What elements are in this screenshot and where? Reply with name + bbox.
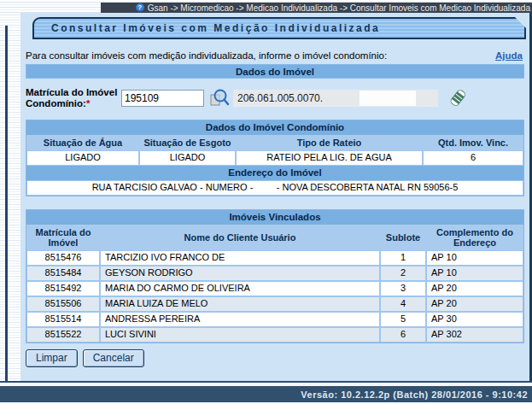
- gsan-screen: ? Gsan -> Micromedicao -> Medicao Indivi…: [0, 0, 532, 404]
- section-header-imoveis-vinculados: Imóveis Vinculados: [26, 210, 523, 225]
- column-header: Situação de Esgoto: [139, 135, 236, 150]
- table-row-complemento: AP 30: [427, 313, 523, 326]
- content-area: Consultar Imóveis com Medição Individual…: [20, 13, 532, 381]
- column-header: Complemento do Endereço: [426, 225, 523, 250]
- search-icon[interactable]: [209, 88, 230, 108]
- table-row-sublote: 5: [381, 313, 425, 326]
- column-header: Tipo de Rateio: [236, 135, 423, 150]
- left-frame-rule: [5, 26, 8, 381]
- situacao-esgoto-value: LIGADO: [140, 151, 235, 165]
- version-text: Versão: 10.2.12.2p (Batch) 28/01/2016 - …: [301, 389, 528, 400]
- help-link[interactable]: Ajuda: [495, 50, 523, 61]
- table-row-complemento: AP 10: [427, 251, 523, 265]
- table-row-sublote: 3: [381, 282, 425, 296]
- inscricao-value: 206.061.005.0070.: [237, 92, 323, 104]
- matricula-label: Matrícula do Imóvel Condomínio:*: [26, 87, 121, 109]
- table-row-sublote: 6: [381, 328, 425, 342]
- column-header: Nome do Cliente Usuário: [100, 225, 380, 250]
- matricula-input[interactable]: [121, 90, 204, 107]
- table-row-matricula: 8515492: [27, 282, 99, 296]
- section-header-dados-condominio: Dados do Imóvel Condomínio: [26, 120, 523, 135]
- table-row-matricula: 8515522: [27, 328, 99, 342]
- table-row-sublote: 4: [381, 297, 425, 311]
- help-icon[interactable]: ?: [136, 3, 144, 12]
- matricula-label-line2: Condomínio:: [26, 98, 86, 108]
- table-row-nome: MARIA LUIZA DE MELO: [101, 297, 379, 311]
- instruction-text: Para consultar imóveis com medição indiv…: [26, 50, 387, 61]
- table-row-matricula: 8515484: [27, 266, 99, 280]
- section-header-endereco: Endereço do Imóvel: [26, 166, 523, 180]
- table-row-sublote: 1: [381, 251, 425, 265]
- table-row-nome: LUCI SIVINI: [101, 328, 379, 342]
- footer-bar: Versão: 10.2.12.2p (Batch) 28/01/2016 - …: [0, 386, 532, 402]
- limpar-button[interactable]: Limpar: [26, 349, 78, 367]
- imoveis-vinculados-table: Imóveis Vinculados Matrícula do Imóvel N…: [26, 209, 524, 343]
- table-row-matricula: 8515506: [27, 297, 99, 311]
- cancelar-button[interactable]: Cancelar: [83, 349, 144, 367]
- table-row-matricula: 8515514: [27, 313, 99, 326]
- table-row-complemento: AP 20: [427, 282, 523, 296]
- page-title: Consultar Imóveis com Medição Individual…: [34, 22, 380, 34]
- column-header: Matrícula do Imóvel: [26, 225, 100, 250]
- table-row-matricula: 8515476: [27, 251, 99, 265]
- dados-condominio-table: Dados do Imóvel Condomínio Situação de Á…: [26, 120, 524, 196]
- column-header: Qtd. Imov. Vinc.: [423, 135, 523, 150]
- left-decorative-rail: [0, 13, 20, 381]
- column-header: Situação de Água: [26, 135, 139, 150]
- breadcrumb-text: Gsan -> Micromedicao -> Medicao Individu…: [148, 3, 530, 13]
- breadcrumb: ? Gsan -> Micromedicao -> Medicao Indivi…: [101, 3, 532, 13]
- situacao-agua-value: LIGADO: [27, 151, 138, 165]
- matricula-label-line1: Matrícula do Imóvel: [26, 87, 117, 97]
- eraser-icon[interactable]: [448, 88, 467, 108]
- page-title-bar: Consultar Imóveis com Medição Individual…: [32, 17, 526, 39]
- column-header: Sublote: [380, 225, 426, 250]
- inscricao-field: 206.061.005.0070.: [233, 90, 438, 107]
- top-stripe-zone: ? Gsan -> Micromedicao -> Medicao Indivi…: [0, 0, 532, 13]
- table-row-nome: GEYSON RODRIGO: [101, 266, 379, 280]
- table-row-nome: MARIA DO CARMO DE OLIVEIRA: [101, 282, 379, 296]
- required-marker: *: [86, 98, 90, 108]
- table-row-complemento: AP 10: [427, 266, 523, 280]
- qtd-imov-vinc-value: 6: [424, 151, 523, 165]
- table-row-complemento: AP 20: [427, 297, 523, 311]
- table-row-sublote: 2: [381, 266, 425, 280]
- table-row-nome: TARCIZIO IVO FRANCO DE: [101, 251, 379, 265]
- section-header-dados-imovel: Dados do Imóvel: [26, 64, 524, 79]
- table-row-complemento: AP 302: [427, 328, 523, 342]
- redaction-patch: [360, 91, 416, 106]
- endereco-value: RUA TARCISIO GALVAO - NUMERO - - NOVA DE…: [27, 181, 523, 195]
- tipo-rateio-value: RATEIO PELA LIG. DE AGUA: [237, 151, 422, 165]
- table-row-nome: ANDRESSA PEREIRA: [101, 313, 379, 326]
